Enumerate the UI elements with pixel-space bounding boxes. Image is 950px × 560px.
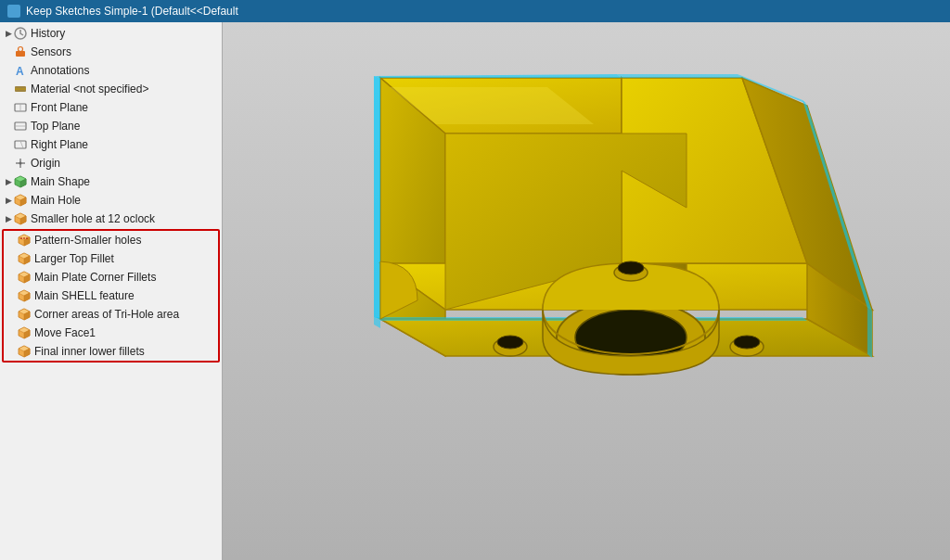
- tree-item-move-face1[interactable]: Move Face1: [4, 324, 218, 342]
- title-text: Keep Sketches Simple-1 (Default<<Default: [26, 5, 238, 18]
- tree-label-history: History: [31, 28, 65, 39]
- svg-rect-10: [15, 141, 26, 148]
- corner-areas-icon: [17, 307, 32, 322]
- corner-fillets-icon: [17, 270, 32, 285]
- move-face-icon: [17, 325, 32, 340]
- expand-arrow: ▶: [4, 214, 13, 223]
- tree-label-material: Material <not specified>: [31, 83, 148, 95]
- svg-point-73: [734, 336, 760, 349]
- svg-marker-61: [617, 74, 742, 78]
- 3d-viewport[interactable]: [223, 22, 950, 560]
- larger-top-fillet-icon: [17, 251, 32, 266]
- svg-point-75: [618, 261, 644, 274]
- tree-label-larger-top-fillet: Larger Top Fillet: [34, 253, 114, 264]
- tree-item-larger-top-fillet[interactable]: Larger Top Fillet: [4, 249, 218, 268]
- title-bar: Keep Sketches Simple-1 (Default<<Default: [0, 0, 950, 22]
- tree-label-front-plane: Front Plane: [31, 102, 88, 113]
- annotations-icon: A: [13, 63, 28, 78]
- tree-item-main-plate-corner-fillets[interactable]: Main Plate Corner Fillets: [4, 268, 218, 286]
- expand-arrow: ▶: [4, 177, 13, 186]
- main-shape-icon: [13, 174, 28, 189]
- tree-item-front-plane[interactable]: Front Plane: [0, 98, 222, 117]
- sensors-icon: [13, 45, 28, 59]
- tree-item-main-shape[interactable]: ▶ Main Shape: [0, 172, 222, 191]
- top-plane-icon: [13, 119, 28, 134]
- tree-item-annotations[interactable]: A Annotations: [0, 61, 222, 80]
- app-icon: [7, 5, 20, 18]
- tree-label-corner-areas: Corner areas of Tri-Hole area: [34, 309, 179, 320]
- tree-item-top-plane[interactable]: Top Plane: [0, 117, 222, 135]
- svg-text:A: A: [16, 65, 24, 77]
- tree-item-main-shell[interactable]: Main SHELL feature: [4, 286, 218, 305]
- right-plane-icon: [13, 137, 28, 152]
- tree-label-main-hole: Main Hole: [31, 195, 81, 206]
- material-icon: [13, 82, 28, 96]
- final-fillets-icon: [17, 344, 32, 359]
- tree-label-pattern: Pattern-Smaller holes: [34, 235, 141, 246]
- tree-label-move-face1: Move Face1: [34, 327, 96, 338]
- history-icon: [13, 26, 28, 41]
- tree-item-sensors[interactable]: Sensors: [0, 43, 222, 61]
- tree-item-smaller-hole[interactable]: ▶ Smaller hole at 12 oclock: [0, 210, 222, 228]
- shell-icon: [17, 288, 32, 303]
- expand-arrow: ▶: [4, 196, 13, 205]
- pattern-icon: [17, 233, 32, 248]
- svg-point-71: [497, 336, 523, 349]
- tree-item-origin[interactable]: Origin: [0, 154, 222, 172]
- origin-icon: [13, 156, 28, 171]
- tree-item-right-plane[interactable]: Right Plane: [0, 135, 222, 154]
- tree-label-corner-fillets: Main Plate Corner Fillets: [34, 272, 156, 283]
- main-hole-icon: [13, 193, 28, 208]
- tree-label-shell: Main SHELL feature: [34, 290, 135, 301]
- tree-label-smaller-hole: Smaller hole at 12 oclock: [31, 213, 155, 224]
- tree-label-top-plane: Top Plane: [31, 121, 80, 132]
- svg-marker-59: [374, 76, 380, 319]
- svg-point-2: [19, 47, 23, 52]
- smaller-hole-icon: [13, 211, 28, 226]
- svg-marker-64: [867, 308, 872, 358]
- red-group: Pattern-Smaller holes Larger Top Fillet: [2, 229, 220, 363]
- tree-label-right-plane: Right Plane: [31, 139, 88, 150]
- tree-item-history[interactable]: ▶ History: [0, 24, 222, 43]
- tree-label-origin: Origin: [31, 158, 60, 169]
- tree-label-annotations: Annotations: [31, 65, 89, 76]
- tree-item-pattern-smaller-holes[interactable]: Pattern-Smaller holes: [4, 231, 218, 249]
- main-area: ▶ History Sensors A Annotations: [0, 22, 950, 560]
- tree-label-main-shape: Main Shape: [31, 176, 90, 187]
- feature-tree[interactable]: ▶ History Sensors A Annotations: [0, 22, 223, 560]
- 3d-part-svg: [223, 22, 950, 560]
- tree-item-final-fillets[interactable]: Final inner lower fillets: [4, 342, 218, 361]
- tree-item-material[interactable]: Material <not specified>: [0, 80, 222, 98]
- expand-arrow: ▶: [4, 29, 13, 38]
- tree-item-main-hole[interactable]: ▶ Main Hole: [0, 191, 222, 210]
- tree-label-sensors: Sensors: [31, 46, 71, 57]
- tree-item-corner-areas[interactable]: Corner areas of Tri-Hole area: [4, 305, 218, 324]
- front-plane-icon: [13, 100, 28, 115]
- svg-line-11: [20, 141, 23, 148]
- tree-label-final-fillets: Final inner lower fillets: [34, 346, 145, 357]
- svg-point-14: [19, 162, 22, 165]
